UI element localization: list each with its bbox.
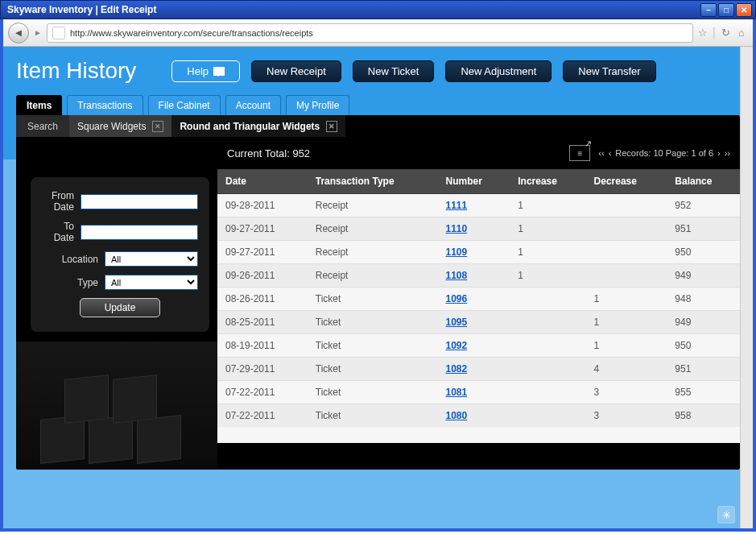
number-link[interactable]: 1109: [446, 246, 468, 258]
update-button[interactable]: Update: [80, 298, 160, 317]
help-label: Help: [187, 65, 209, 77]
type-select[interactable]: All: [105, 275, 198, 290]
number-link[interactable]: 1092: [446, 340, 468, 351]
cell-number: 1092: [438, 334, 510, 358]
subtab-search[interactable]: Search: [16, 115, 69, 137]
cell-increase: 1: [510, 194, 585, 217]
table-row: 07-22-2011Ticket10803958: [217, 404, 740, 428]
cell-decrease: 1: [586, 311, 667, 334]
table-row: 07-22-2011Ticket10813955: [217, 381, 740, 404]
url-bar[interactable]: http://www.skywareinventory.com/secure/t…: [47, 23, 693, 43]
number-link[interactable]: 1095: [446, 317, 468, 328]
number-link[interactable]: 1096: [446, 293, 468, 304]
table-row: 08-25-2011Ticket10951949: [217, 311, 740, 334]
home-icon[interactable]: ⌂: [735, 27, 748, 39]
number-link[interactable]: 1111: [446, 200, 468, 211]
cell-decrease: 3: [586, 381, 667, 404]
cell-type: Ticket: [308, 358, 438, 381]
col-balance[interactable]: Balance: [667, 169, 740, 194]
to-date-input[interactable]: [81, 225, 198, 240]
bookmark-icon[interactable]: ☆: [696, 27, 709, 39]
pager: ‹‹ ‹ Records: 10 Page: 1 of 6 › ››: [598, 148, 730, 158]
tab-items[interactable]: Items: [16, 95, 62, 115]
col-type[interactable]: Transaction Type: [308, 169, 438, 194]
cell-balance: 950: [667, 334, 740, 358]
col-decrease[interactable]: Decrease: [586, 169, 667, 194]
tab-account[interactable]: Account: [225, 95, 281, 115]
new-receipt-button[interactable]: New Receipt: [251, 60, 341, 82]
reload-icon[interactable]: ↻: [719, 27, 732, 39]
filter-panel: From Date To Date Location All Type: [31, 177, 209, 332]
table-row: 08-19-2011Ticket10921950: [217, 334, 740, 358]
cell-increase: [510, 288, 585, 311]
number-link[interactable]: 1108: [446, 270, 468, 281]
cell-decrease: [586, 217, 667, 241]
pager-first[interactable]: ‹‹: [598, 148, 604, 158]
feedback-icon[interactable]: ✳: [717, 506, 735, 524]
pager-text: Records: 10 Page: 1 of 6: [615, 148, 713, 158]
number-link[interactable]: 1110: [446, 223, 468, 234]
cell-increase: [510, 404, 585, 428]
close-icon[interactable]: ✕: [152, 121, 163, 132]
maximize-button[interactable]: □: [718, 3, 734, 17]
new-adjustment-button[interactable]: New Adjustment: [445, 60, 552, 82]
cell-decrease: 4: [586, 358, 667, 381]
cell-balance: 949: [667, 311, 740, 334]
decorative-cubes: [16, 342, 217, 470]
table-row: 09-27-2011Receipt11101951: [217, 217, 740, 241]
cell-date: 07-22-2011: [217, 404, 308, 428]
minimize-button[interactable]: –: [700, 3, 717, 17]
table-row: 07-29-2011Ticket10824951: [217, 358, 740, 381]
number-link[interactable]: 1081: [446, 387, 468, 398]
number-link[interactable]: 1082: [446, 363, 468, 375]
cell-balance: 952: [667, 194, 740, 217]
close-button[interactable]: ✕: [736, 3, 752, 17]
location-select[interactable]: All: [105, 251, 198, 267]
table-row: 09-28-2011Receipt11111952: [217, 194, 740, 217]
new-transfer-button[interactable]: New Transfer: [563, 60, 655, 82]
table-row: 09-26-2011Receipt11081949: [217, 264, 740, 288]
cell-number: 1080: [438, 404, 510, 428]
export-icon[interactable]: ≡: [569, 145, 590, 161]
cell-date: 08-25-2011: [217, 311, 308, 334]
tab-transactions[interactable]: Transactions: [67, 95, 143, 115]
help-button[interactable]: Help: [171, 60, 240, 82]
col-increase[interactable]: Increase: [510, 169, 585, 194]
cell-number: 1109: [438, 241, 510, 264]
subtab-round-widgets[interactable]: Round and Triangular Widgets ✕: [171, 115, 345, 137]
col-date[interactable]: Date: [217, 169, 308, 194]
page-title: Item History: [16, 58, 136, 84]
cell-balance: 948: [667, 288, 740, 311]
cell-type: Ticket: [308, 381, 438, 404]
cell-date: 07-29-2011: [217, 358, 308, 381]
cell-date: 09-26-2011: [217, 264, 308, 288]
history-table: Date Transaction Type Number Increase De…: [217, 169, 740, 427]
from-date-input[interactable]: [81, 194, 198, 209]
scrollbar[interactable]: [740, 47, 753, 528]
cell-number: 1081: [438, 381, 510, 404]
cell-decrease: 1: [586, 334, 667, 358]
tab-my-profile[interactable]: My Profile: [286, 95, 349, 115]
subtab-square-widgets[interactable]: Square Widgets ✕: [69, 115, 171, 137]
window-titlebar: Skyware Inventory | Edit Receipt – □ ✕: [0, 0, 756, 19]
number-link[interactable]: 1080: [446, 410, 468, 421]
cell-increase: 1: [510, 264, 585, 288]
forward-button[interactable]: ►: [32, 27, 43, 39]
browser-toolbar: ◄ ► http://www.skywareinventory.com/secu…: [3, 19, 753, 47]
cell-date: 07-22-2011: [217, 381, 308, 404]
cell-increase: [510, 311, 585, 334]
cell-date: 08-26-2011: [217, 288, 308, 311]
cell-increase: [510, 381, 585, 404]
pager-next[interactable]: ›: [717, 148, 721, 158]
tab-file-cabinet[interactable]: File Cabinet: [148, 95, 221, 115]
close-icon[interactable]: ✕: [326, 121, 337, 132]
pager-last[interactable]: ››: [725, 148, 730, 158]
url-text: http://www.skywareinventory.com/secure/t…: [70, 28, 313, 38]
new-ticket-button[interactable]: New Ticket: [353, 60, 435, 82]
table-row: 08-26-2011Ticket10961948: [217, 288, 740, 311]
back-button[interactable]: ◄: [8, 23, 29, 43]
cell-number: 1110: [438, 217, 510, 241]
pager-prev[interactable]: ‹: [609, 148, 612, 158]
col-number[interactable]: Number: [438, 169, 510, 194]
cell-balance: 955: [667, 381, 740, 404]
